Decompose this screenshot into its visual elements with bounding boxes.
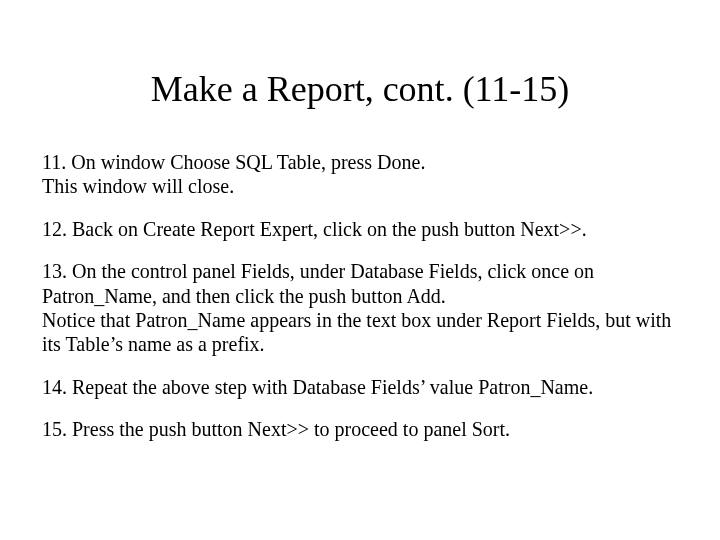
step-14: 14. Repeat the above step with Database … (42, 375, 678, 399)
step-13: 13. On the control panel Fields, under D… (42, 259, 678, 357)
slide-body: 11. On window Choose SQL Table, press Do… (0, 150, 720, 442)
step-11: 11. On window Choose SQL Table, press Do… (42, 150, 678, 199)
step-15: 15. Press the push button Next>> to proc… (42, 417, 678, 441)
step-12: 12. Back on Create Report Expert, click … (42, 217, 678, 241)
slide-title: Make a Report, cont. (11-15) (0, 0, 720, 150)
slide: Make a Report, cont. (11-15) 11. On wind… (0, 0, 720, 540)
